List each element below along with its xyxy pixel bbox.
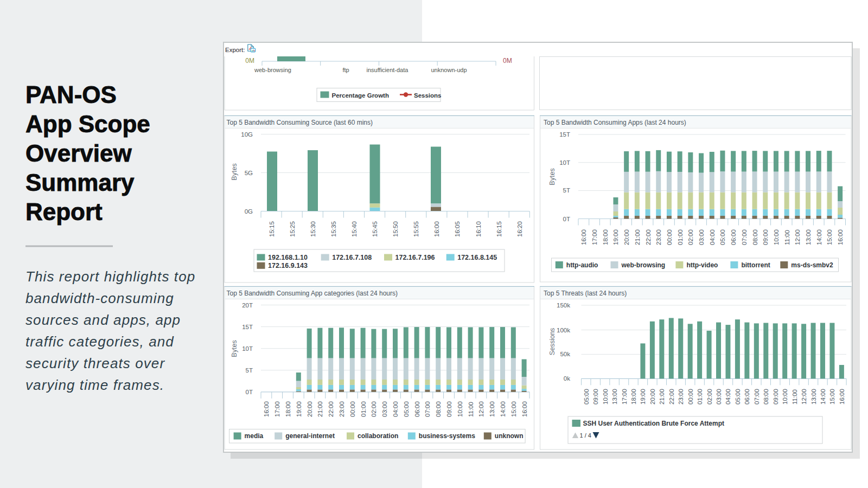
svg-text:insufficient-data: insufficient-data bbox=[367, 67, 409, 73]
svg-text:10:00: 10:00 bbox=[782, 389, 788, 404]
svg-text:23:00: 23:00 bbox=[655, 229, 662, 245]
svg-text:15:55: 15:55 bbox=[413, 221, 419, 237]
svg-text:21:00: 21:00 bbox=[634, 229, 641, 245]
svg-text:07:00: 07:00 bbox=[424, 401, 431, 417]
svg-text:0T: 0T bbox=[563, 216, 570, 222]
svg-text:10T: 10T bbox=[559, 159, 570, 166]
svg-text:Report: Report bbox=[25, 198, 103, 225]
svg-text:web-browsing: web-browsing bbox=[621, 261, 666, 269]
svg-text:15:00: 15:00 bbox=[826, 229, 833, 245]
svg-text:15:00: 15:00 bbox=[829, 389, 835, 404]
svg-text:04:00: 04:00 bbox=[709, 229, 716, 245]
svg-text:ms-ds-smbv2: ms-ds-smbv2 bbox=[791, 261, 833, 269]
svg-text:23:00: 23:00 bbox=[339, 401, 345, 417]
svg-text:14:00: 14:00 bbox=[816, 229, 822, 245]
svg-text:unknown: unknown bbox=[495, 432, 524, 440]
svg-text:http-video: http-video bbox=[686, 261, 718, 269]
svg-text:05:00: 05:00 bbox=[719, 229, 726, 245]
svg-text:10:00: 10:00 bbox=[457, 401, 463, 417]
svg-text:18:00: 18:00 bbox=[602, 229, 609, 245]
svg-text:18:00: 18:00 bbox=[285, 401, 291, 417]
svg-text:Bytes: Bytes bbox=[231, 163, 238, 180]
svg-text:15:50: 15:50 bbox=[392, 221, 399, 237]
svg-text:11:00: 11:00 bbox=[784, 230, 790, 245]
svg-text:13:00: 13:00 bbox=[489, 401, 495, 417]
svg-text:11:00: 11:00 bbox=[468, 402, 474, 417]
svg-text:04:00: 04:00 bbox=[725, 389, 731, 404]
svg-text:02:00: 02:00 bbox=[687, 229, 694, 245]
svg-text:16:00: 16:00 bbox=[839, 389, 845, 404]
svg-text:16:00: 16:00 bbox=[263, 401, 270, 417]
svg-text:03:00: 03:00 bbox=[716, 389, 722, 404]
svg-text:App Scope: App Scope bbox=[25, 111, 150, 137]
svg-text:00:00: 00:00 bbox=[349, 401, 356, 417]
svg-text:172.16.7.196: 172.16.7.196 bbox=[395, 254, 435, 261]
svg-text:172.16.7.108: 172.16.7.108 bbox=[332, 254, 372, 261]
svg-text:Bytes: Bytes bbox=[231, 340, 238, 357]
svg-text:14:00: 14:00 bbox=[820, 389, 826, 404]
svg-text:16:20: 16:20 bbox=[516, 221, 523, 237]
svg-text:Percentage Growth: Percentage Growth bbox=[332, 92, 389, 99]
svg-text:21:00: 21:00 bbox=[659, 389, 665, 404]
svg-text:02:00: 02:00 bbox=[706, 389, 713, 404]
svg-text:bittorrent: bittorrent bbox=[741, 261, 770, 269]
svg-text:Summary: Summary bbox=[25, 169, 135, 196]
svg-text:21:00: 21:00 bbox=[317, 401, 323, 417]
svg-text:PAN-OS: PAN-OS bbox=[25, 81, 117, 108]
svg-text:SSH User Authentication Brute: SSH User Authentication Brute Force Atte… bbox=[583, 420, 724, 427]
svg-text:22:00: 22:00 bbox=[328, 401, 334, 417]
svg-text:02:00: 02:00 bbox=[371, 401, 377, 417]
svg-text:08:00: 08:00 bbox=[435, 401, 442, 417]
svg-text:15:00: 15:00 bbox=[510, 401, 517, 417]
svg-text:10T: 10T bbox=[242, 345, 253, 352]
svg-text:5T: 5T bbox=[246, 367, 253, 374]
svg-text:Top 5 Bandwidth Consuming App: Top 5 Bandwidth Consuming App categories… bbox=[227, 290, 398, 297]
svg-text:100k: 100k bbox=[557, 327, 570, 333]
svg-text:15:25: 15:25 bbox=[289, 221, 296, 237]
svg-text:15:40: 15:40 bbox=[351, 221, 358, 237]
svg-text:12:00: 12:00 bbox=[478, 401, 484, 417]
svg-text:collaboration: collaboration bbox=[358, 432, 398, 440]
svg-text:0k: 0k bbox=[564, 375, 570, 382]
svg-text:09:00: 09:00 bbox=[762, 229, 769, 245]
svg-text:06:00: 06:00 bbox=[730, 229, 737, 245]
svg-text:http-audio: http-audio bbox=[566, 261, 598, 269]
svg-text:bandwidth-consuming: bandwidth-consuming bbox=[25, 290, 174, 306]
svg-text:Sessions: Sessions bbox=[414, 92, 442, 99]
svg-text:01:00: 01:00 bbox=[697, 389, 703, 404]
svg-text:16:15: 16:15 bbox=[496, 221, 502, 237]
svg-text:20T: 20T bbox=[242, 302, 253, 309]
svg-text:media: media bbox=[245, 432, 264, 440]
svg-text:traffic categories, and: traffic categories, and bbox=[25, 333, 174, 350]
svg-text:17:00: 17:00 bbox=[274, 401, 280, 417]
svg-text:Export:: Export: bbox=[225, 47, 245, 53]
svg-text:5T: 5T bbox=[563, 187, 570, 194]
svg-text:07:00: 07:00 bbox=[741, 229, 748, 245]
svg-text:Bytes: Bytes bbox=[548, 168, 556, 185]
svg-text:1 / 4: 1 / 4 bbox=[580, 432, 591, 439]
svg-text:22:00: 22:00 bbox=[645, 229, 652, 245]
svg-text:15:35: 15:35 bbox=[330, 221, 337, 237]
svg-text:15T: 15T bbox=[242, 324, 253, 330]
svg-text:13:00: 13:00 bbox=[805, 229, 812, 245]
svg-text:11:00: 11:00 bbox=[792, 389, 798, 404]
svg-text:08:00: 08:00 bbox=[752, 229, 758, 245]
svg-text:15:45: 15:45 bbox=[372, 221, 378, 237]
svg-text:This report highlights top: This report highlights top bbox=[25, 268, 195, 285]
svg-text:06:00: 06:00 bbox=[744, 389, 750, 404]
svg-text:172.16.9.143: 172.16.9.143 bbox=[268, 262, 308, 269]
svg-text:16:00: 16:00 bbox=[580, 229, 587, 245]
svg-text:18:00: 18:00 bbox=[630, 389, 637, 404]
svg-text:04:00: 04:00 bbox=[392, 401, 399, 417]
svg-text:22:00: 22:00 bbox=[668, 389, 675, 404]
svg-text:16:00: 16:00 bbox=[433, 221, 440, 237]
svg-text:15:15: 15:15 bbox=[269, 221, 275, 237]
svg-text:172.16.8.145: 172.16.8.145 bbox=[457, 254, 497, 261]
svg-text:50k: 50k bbox=[560, 351, 570, 357]
svg-text:13:00: 13:00 bbox=[611, 389, 618, 404]
svg-text:19:00: 19:00 bbox=[296, 401, 302, 417]
svg-text:10:00: 10:00 bbox=[602, 389, 609, 404]
svg-text:20:00: 20:00 bbox=[307, 401, 313, 417]
svg-text:10G: 10G bbox=[241, 131, 253, 138]
svg-text:03:00: 03:00 bbox=[698, 229, 705, 245]
